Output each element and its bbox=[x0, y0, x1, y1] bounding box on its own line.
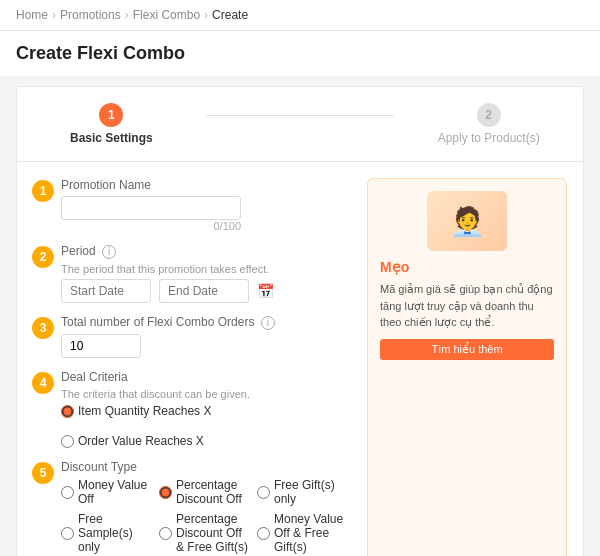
promotion-name-input[interactable] bbox=[61, 196, 241, 220]
period-info-icon[interactable]: i bbox=[102, 245, 116, 259]
deal-criteria-radio-qty[interactable] bbox=[61, 405, 74, 418]
end-date-input[interactable] bbox=[159, 279, 249, 303]
promotion-name-label: Promotion Name bbox=[61, 178, 351, 192]
breadcrumb-sep-2: › bbox=[125, 8, 129, 22]
discount-type-row: 5 Discount Type Money Value Off Percenta… bbox=[33, 460, 351, 556]
total-orders-info-icon[interactable]: i bbox=[261, 316, 275, 330]
deal-criteria-field: Deal Criteria The criteria that discount… bbox=[61, 370, 351, 448]
discount-radio-free-sample[interactable] bbox=[61, 527, 74, 540]
deal-criteria-label: Deal Criteria bbox=[61, 370, 351, 384]
discount-free-sample[interactable]: Free Sample(s) only bbox=[61, 512, 155, 554]
step-2-label[interactable]: Apply to Product(s) bbox=[438, 131, 540, 145]
discount-radio-money-off[interactable] bbox=[61, 486, 74, 499]
breadcrumb-flexi[interactable]: Flexi Combo bbox=[133, 8, 200, 22]
breadcrumb-home[interactable]: Home bbox=[16, 8, 48, 22]
page-header: Create Flexi Combo bbox=[0, 31, 600, 76]
breadcrumb-promotions[interactable]: Promotions bbox=[60, 8, 121, 22]
step-line bbox=[206, 115, 395, 116]
deal-criteria-radio-order[interactable] bbox=[61, 435, 74, 448]
total-orders-input[interactable] bbox=[61, 334, 141, 358]
step-2-circle[interactable]: 2 bbox=[477, 103, 501, 127]
tip-link[interactable]: Tìm hiểu thêm bbox=[380, 339, 554, 360]
promotion-name-field: Promotion Name 0/100 bbox=[61, 178, 351, 232]
step-1-label[interactable]: Basic Settings bbox=[70, 131, 153, 145]
deal-criteria-item-qty[interactable]: Item Quantity Reaches X bbox=[61, 404, 211, 418]
step-num-5: 5 bbox=[33, 460, 61, 484]
steps-container: 1 Basic Settings 2 Apply to Product(s) bbox=[17, 87, 583, 162]
discount-radio-money-free-gift[interactable] bbox=[257, 527, 270, 540]
deal-criteria-row: 4 Deal Criteria The criteria that discou… bbox=[33, 370, 351, 448]
main-card: 1 Basic Settings 2 Apply to Product(s) 1 bbox=[16, 86, 584, 556]
promotion-name-row: 1 Promotion Name 0/100 bbox=[33, 178, 351, 232]
discount-radio-pct-off[interactable] bbox=[159, 486, 172, 499]
discount-pct-off[interactable]: Percentage Discount Off bbox=[159, 478, 253, 506]
deal-criteria-label-order: Order Value Reaches X bbox=[78, 434, 204, 448]
breadcrumb-sep-3: › bbox=[204, 8, 208, 22]
deal-criteria-label-qty: Item Quantity Reaches X bbox=[78, 404, 211, 418]
step-num-1: 1 bbox=[33, 178, 61, 202]
start-date-input[interactable] bbox=[61, 279, 151, 303]
tip-title: Mẹo bbox=[380, 259, 554, 275]
breadcrumb-current: Create bbox=[212, 8, 248, 22]
breadcrumb: Home › Promotions › Flexi Combo › Create bbox=[0, 0, 600, 31]
discount-radio-free-gift[interactable] bbox=[257, 486, 270, 499]
discount-type-options: Money Value Off Percentage Discount Off … bbox=[61, 478, 351, 556]
promotion-name-count: 0/100 bbox=[61, 220, 241, 232]
period-field: Period i The period that this promotion … bbox=[61, 244, 351, 303]
breadcrumb-sep-1: › bbox=[52, 8, 56, 22]
content-area: 1 Promotion Name 0/100 2 Perio bbox=[17, 162, 583, 556]
tip-text: Mã giảm giá sẽ giúp bạn chủ động tăng lư… bbox=[380, 281, 554, 331]
discount-pct-free-gift[interactable]: Percentage Discount Off & Free Gift(s) bbox=[159, 512, 253, 554]
page-title: Create Flexi Combo bbox=[16, 43, 584, 64]
total-orders-row: 3 Total number of Flexi Combo Orders i bbox=[33, 315, 351, 358]
discount-type-label: Discount Type bbox=[61, 460, 351, 474]
discount-type-field: Discount Type Money Value Off Percentage… bbox=[61, 460, 351, 556]
step-num-2: 2 bbox=[33, 244, 61, 268]
period-sublabel: The period that this promotion takes eff… bbox=[61, 263, 351, 275]
period-row: 2 Period i The period that this promotio… bbox=[33, 244, 351, 303]
date-row: 📅 bbox=[61, 279, 351, 303]
step-num-3: 3 bbox=[33, 315, 61, 339]
step-num-4: 4 bbox=[33, 370, 61, 394]
form-section: 1 Promotion Name 0/100 2 Perio bbox=[33, 178, 351, 556]
discount-radio-pct-free-gift[interactable] bbox=[159, 527, 172, 540]
tip-box: 🧑‍💼 Mẹo Mã giảm giá sẽ giúp bạn chủ động… bbox=[367, 178, 567, 556]
deal-criteria-item-order[interactable]: Order Value Reaches X bbox=[61, 434, 204, 448]
discount-money-off[interactable]: Money Value Off bbox=[61, 478, 155, 506]
tip-illustration: 🧑‍💼 bbox=[427, 191, 507, 251]
period-label: Period i bbox=[61, 244, 351, 259]
discount-money-free-gift[interactable]: Money Value Off & Free Gift(s) bbox=[257, 512, 351, 554]
calendar-icon[interactable]: 📅 bbox=[257, 283, 274, 299]
total-orders-label: Total number of Flexi Combo Orders i bbox=[61, 315, 351, 330]
deal-criteria-options: Item Quantity Reaches X Order Value Reac… bbox=[61, 404, 351, 448]
step-1-circle[interactable]: 1 bbox=[99, 103, 123, 127]
deal-criteria-sublabel: The criteria that discount can be given. bbox=[61, 388, 351, 400]
discount-free-gift[interactable]: Free Gift(s) only bbox=[257, 478, 351, 506]
total-orders-field: Total number of Flexi Combo Orders i bbox=[61, 315, 351, 358]
